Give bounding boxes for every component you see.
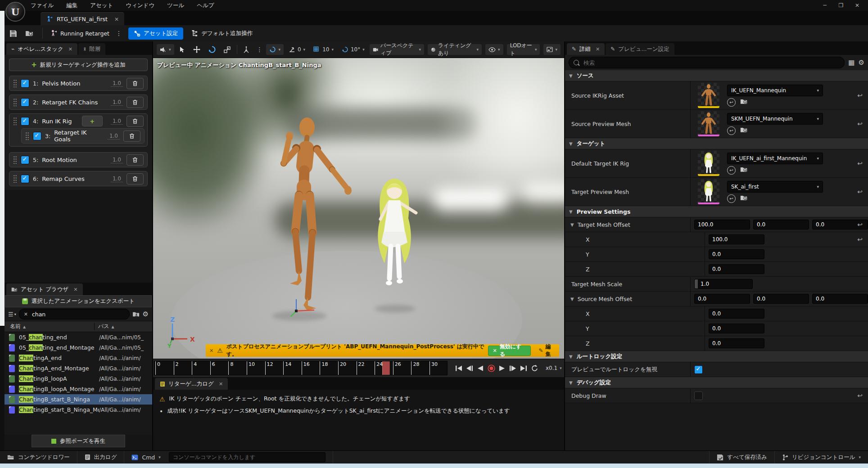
content-drawer-button[interactable]: コンテンツドロワー [0,451,77,464]
drag-handle[interactable] [13,79,17,87]
asset-row[interactable]: 05_chanting_end_Montage/All/Ga...nim/05_ [5,342,152,353]
lod-dropdown[interactable]: LODオート▾ [507,44,540,55]
screenshot-dropdown[interactable]: ▾ [543,44,561,55]
edit-postprocess-button[interactable]: ✎編集 [539,343,556,358]
play-reverse-button[interactable] [475,363,485,373]
show-flags-dropdown[interactable]: ▾ [485,44,503,55]
smo-x-input[interactable] [694,294,750,304]
browse-to-asset-icon[interactable] [23,27,35,39]
reset-to-default-icon[interactable]: ↩ [857,221,863,228]
perspective-dropdown[interactable]: パースペクティブ▾ [370,44,424,55]
drag-handle[interactable] [13,156,17,164]
asset-thumbnail-mannequin[interactable] [698,83,719,108]
timeline-ruler[interactable]: 024681012141618202224262830 [154,361,448,375]
trash-button[interactable] [123,130,140,142]
asset-row[interactable]: ChantingA_end/All/Ga...i/anim/ [5,353,152,363]
minimize-button[interactable]: ─ [817,0,833,10]
rotation-grid-snap-toggle[interactable]: ▾ [266,44,284,55]
root-transform-axes[interactable] [288,297,320,319]
browse-to-asset-icon[interactable] [740,194,748,201]
reset-to-default-icon[interactable]: ↩ [857,92,863,99]
browse-to-asset-icon[interactable] [740,166,748,173]
add-child-op-button[interactable]: + [82,116,103,126]
asset-row[interactable]: ChantingB_start_B_Ninga_Mor/All/Ga...i/a… [5,405,152,415]
record-button[interactable] [486,363,496,373]
op-row-root-motion[interactable]: 5: Root Motion 1.0 [9,152,148,167]
section-source[interactable]: ▼ ソース [565,70,868,81]
op-row-run-ik-rig[interactable]: 4: Run IK Rig + 1.0 3: Retarget IK Goals… [9,113,148,147]
play-reference-pose-button[interactable]: 参照ポーズを再生 [32,435,125,447]
asset-search-input[interactable] [31,310,125,318]
rotate-tool[interactable] [205,44,219,55]
close-icon[interactable]: ✕ [219,381,223,387]
tab-details[interactable]: ✎ 詳細✕ [567,43,605,55]
use-selected-asset-icon[interactable]: ↩ [727,166,736,175]
dismiss-warning-icon[interactable]: ✕ [209,348,213,354]
folder-user-icon[interactable] [132,311,140,317]
smo-z-input[interactable] [812,294,868,304]
clear-search-icon[interactable]: ✕ [24,311,28,317]
cmd-dropdown[interactable]: Cmd ▾ [124,451,333,464]
op-weight[interactable]: 1.0 [108,133,120,140]
source-ikrig-dropdown[interactable]: IK_UEFN_Mannequin▾ [727,85,823,96]
timeline-scrubber[interactable] [382,361,390,375]
drag-handle[interactable] [13,175,17,183]
select-tool[interactable] [176,44,188,55]
op-weight[interactable]: 1.0 [111,157,123,163]
drag-handle[interactable] [25,132,29,140]
loop-button[interactable] [529,363,539,373]
step-back-button[interactable] [465,363,475,373]
op-checkbox[interactable] [21,175,29,183]
asset-row[interactable]: ChantingB_loopA_Montage/All/Ga...i/anim/ [5,384,152,394]
op-row-pelvis-motion[interactable]: 1: Pelvis Motion 1.0 [9,76,148,91]
reset-to-default-icon[interactable]: ↩ [857,236,863,243]
rotation-snap[interactable]: 10°▾ [339,44,368,55]
op-checkbox[interactable] [33,132,41,140]
move-tool[interactable] [190,44,203,55]
tab-hierarchy[interactable]: 🯅 階層 [78,43,105,55]
surface-snap[interactable]: 0▾ [285,44,308,55]
asset-search-box[interactable]: ✕ [19,309,130,320]
asset-settings-button[interactable]: アセット設定 [128,27,183,40]
play-forward-button[interactable] [497,363,507,373]
x-input[interactable] [709,309,764,319]
tmo-y-input[interactable] [753,220,809,230]
menu-help[interactable]: ヘルプ [197,2,214,9]
asset-row[interactable]: 05_chanting_end/All/Ga...nim/05_ [5,332,152,342]
section-preview-settings[interactable]: ▼ Preview Settings [565,206,868,217]
op-row-remap-curves[interactable]: 6: Remap Curves 1.0 [9,171,148,186]
use-selected-asset-icon[interactable]: ↩ [727,126,736,135]
target-mesh-scale-input[interactable] [694,279,753,289]
source-mannequin-figure[interactable] [258,116,354,320]
tab-preview-scene-settings[interactable]: ✎ プレビュ...ーン設定 [606,43,674,55]
tab-close-icon[interactable]: ✕ [114,16,119,22]
close-button[interactable]: ✕ [849,0,865,10]
reset-to-default-icon[interactable]: ↩ [857,120,863,127]
z-input[interactable] [709,264,764,274]
more-options-icon[interactable]: ⋮ [114,30,124,37]
target-character-figure[interactable] [365,174,425,311]
close-icon[interactable]: ✕ [68,46,72,52]
settings-gear-icon[interactable]: ⚙ [143,310,149,318]
tab-rtg-uefn-ai-first[interactable]: RTG_UEFN_ai_first ✕ [41,12,124,26]
use-selected-asset-icon[interactable]: ↩ [727,98,736,107]
display-grid-icon[interactable]: ▦ [848,58,854,67]
unreal-logo[interactable]: U [5,2,25,22]
add-retarget-op-button[interactable]: + 新規リターゲティング操作を追加 [9,58,148,71]
op-checkbox[interactable] [21,98,29,107]
maximize-button[interactable]: ❐ [833,0,849,10]
ignore-rootlock-checkbox[interactable] [694,365,703,374]
use-selected-asset-icon[interactable]: ↩ [727,194,736,203]
disable-postprocess-button[interactable]: ✕無効にする [488,346,531,356]
op-checkbox[interactable] [21,79,29,88]
x-input[interactable] [709,234,764,244]
skip-to-end-button[interactable] [519,363,529,373]
op-checkbox[interactable] [21,156,29,164]
column-path[interactable]: パス▲ [94,323,152,330]
grid-snap[interactable]: 10▾ [310,44,337,55]
section-rootlock[interactable]: ▼ ルートロック設定 [565,351,868,362]
tab-retarget-log[interactable]: リターゲ...力ログ✕ [155,378,228,390]
op-weight[interactable]: 1.0 [111,176,123,182]
skip-to-start-button[interactable] [454,363,464,373]
section-debug[interactable]: ▼ デバッグ設定 [565,377,868,388]
